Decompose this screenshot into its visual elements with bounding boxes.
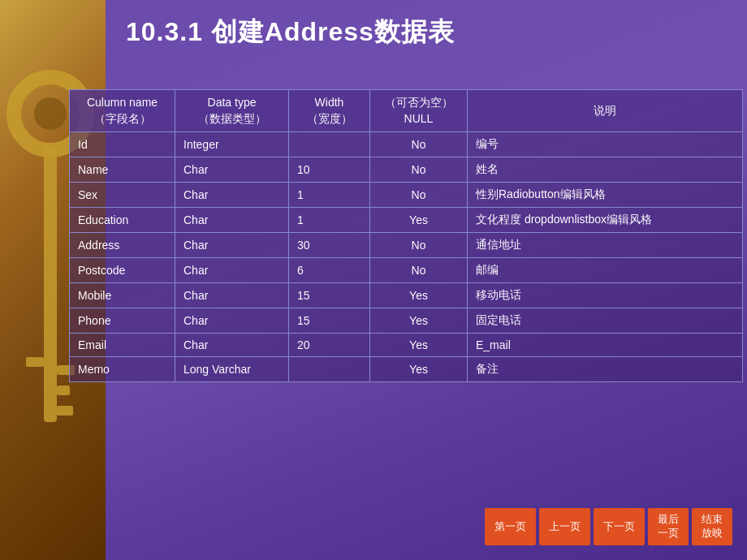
cell-desc: 邮编 — [468, 258, 743, 283]
address-table: Culumn name（字段名） Data type（数据类型） Width（宽… — [69, 89, 743, 382]
cell-null: Yes — [370, 357, 468, 382]
cell-width: 30 — [289, 233, 370, 258]
cell-null: No — [370, 233, 468, 258]
end-button[interactable]: 结束 放映 — [692, 508, 732, 545]
table-row: Email Char 20 Yes E_mail — [70, 334, 743, 357]
cell-desc: 性别Radiobutton编辑风格 — [468, 183, 743, 208]
page-title: 10.3.1 创建Address数据表 — [126, 15, 455, 50]
table-row: Education Char 1 Yes 文化程度 dropdownlistbo… — [70, 208, 743, 233]
cell-type: Char — [175, 334, 289, 357]
table-header-row: Culumn name（字段名） Data type（数据类型） Width（宽… — [70, 90, 743, 132]
table-row: Name Char 10 No 姓名 — [70, 157, 743, 183]
cell-desc: 固定电话 — [468, 308, 743, 334]
table-row: Postcode Char 6 No 邮编 — [70, 258, 743, 283]
table-row: Mobile Char 15 Yes 移动电话 — [70, 283, 743, 308]
cell-null: No — [370, 183, 468, 208]
prev-page-button[interactable]: 上一页 — [539, 508, 590, 545]
cell-type: Char — [175, 258, 289, 283]
table-row: Memo Long Varchar Yes 备注 — [70, 357, 743, 382]
table-row: Address Char 30 No 通信地址 — [70, 233, 743, 258]
svg-rect-4 — [57, 386, 70, 395]
table-row: Sex Char 1 No 性别Radiobutton编辑风格 — [70, 183, 743, 208]
cell-field: Name — [70, 157, 175, 183]
cell-width: 1 — [289, 183, 370, 208]
cell-width: 6 — [289, 258, 370, 283]
cell-desc: 通信地址 — [468, 233, 743, 258]
svg-rect-6 — [26, 357, 44, 367]
cell-null: Yes — [370, 283, 468, 308]
cell-desc: 备注 — [468, 357, 743, 382]
cell-width: 10 — [289, 157, 370, 183]
cell-null: Yes — [370, 334, 468, 357]
cell-field: Address — [70, 233, 175, 258]
header-field: Culumn name（字段名） — [70, 90, 175, 132]
header-null: （可否为空）NULL — [370, 90, 468, 132]
last-page-button[interactable]: 最后 一页 — [648, 508, 689, 545]
cell-field: Sex — [70, 183, 175, 208]
header-width: Width（宽度） — [289, 90, 370, 132]
cell-type: Long Varchar — [175, 357, 289, 382]
cell-width — [289, 357, 370, 382]
cell-field: Phone — [70, 308, 175, 334]
cell-field: Postcode — [70, 258, 175, 283]
cell-field: Education — [70, 208, 175, 233]
cell-field: Email — [70, 334, 175, 357]
cell-null: No — [370, 258, 468, 283]
cell-null: No — [370, 157, 468, 183]
svg-rect-2 — [44, 146, 57, 422]
cell-type: Integer — [175, 132, 289, 157]
cell-desc: 姓名 — [468, 157, 743, 183]
nav-buttons: 第一页 上一页 下一页 最后 一页 结束 放映 — [485, 508, 732, 545]
table-container: Culumn name（字段名） Data type（数据类型） Width（宽… — [69, 89, 743, 382]
cell-null: Yes — [370, 208, 468, 233]
cell-width: 15 — [289, 283, 370, 308]
header-type: Data type（数据类型） — [175, 90, 289, 132]
cell-width: 15 — [289, 308, 370, 334]
cell-type: Char — [175, 233, 289, 258]
header-desc: 说明 — [468, 90, 743, 132]
cell-type: Char — [175, 157, 289, 183]
cell-width — [289, 132, 370, 157]
cell-desc: E_mail — [468, 334, 743, 357]
next-page-button[interactable]: 下一页 — [594, 508, 645, 545]
cell-field: Memo — [70, 357, 175, 382]
svg-rect-5 — [57, 406, 73, 416]
cell-width: 20 — [289, 334, 370, 357]
cell-type: Char — [175, 308, 289, 334]
svg-point-1 — [34, 97, 67, 130]
table-row: Phone Char 15 Yes 固定电话 — [70, 308, 743, 334]
cell-null: Yes — [370, 308, 468, 334]
cell-desc: 文化程度 dropdownlistbox编辑风格 — [468, 208, 743, 233]
cell-type: Char — [175, 208, 289, 233]
cell-field: Mobile — [70, 283, 175, 308]
cell-desc: 编号 — [468, 132, 743, 157]
cell-type: Char — [175, 183, 289, 208]
first-page-button[interactable]: 第一页 — [485, 508, 536, 545]
cell-width: 1 — [289, 208, 370, 233]
cell-null: No — [370, 132, 468, 157]
table-row: Id Integer No 编号 — [70, 132, 743, 157]
cell-type: Char — [175, 283, 289, 308]
cell-field: Id — [70, 132, 175, 157]
cell-desc: 移动电话 — [468, 283, 743, 308]
